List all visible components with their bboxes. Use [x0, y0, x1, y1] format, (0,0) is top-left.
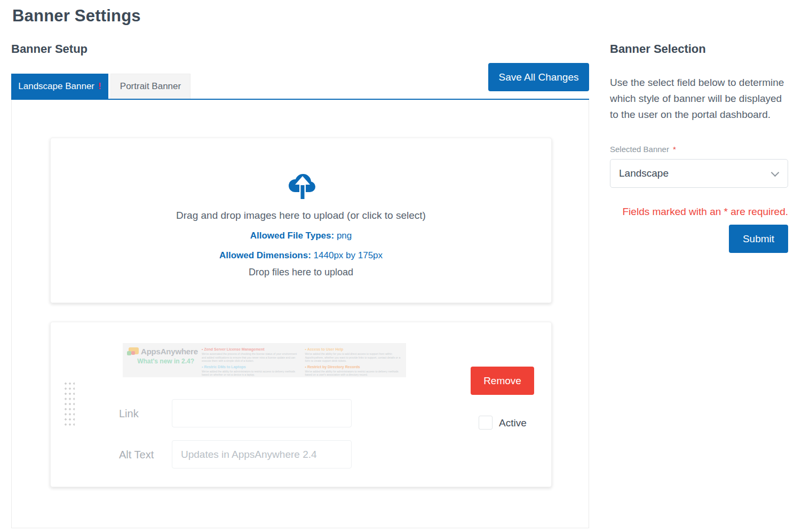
thumbnail-feature: Zend Server License Management We've aut… [202, 347, 298, 363]
banner-thumbnail-preview: AppsAnywhere What's new in 2.4? Zend Ser… [123, 343, 406, 377]
tab-portrait-banner[interactable]: Portrait Banner [110, 74, 190, 99]
thumbnail-feature: Restric DMs to Laptops We've added the a… [202, 365, 298, 377]
save-all-changes-button[interactable]: Save All Changes [488, 63, 589, 91]
drop-files-hint: Drop files here to upload [51, 267, 551, 278]
tab-portrait-label: Portrait Banner [120, 81, 181, 92]
link-label: Link [119, 408, 139, 420]
banner-item-card: AppsAnywhere What's new in 2.4? Zend Ser… [50, 322, 552, 487]
thumbnail-logo-text: AppsAnywhere [141, 347, 198, 356]
thumbnail-tagline: What's new in 2.4? [127, 358, 194, 365]
required-fields-note: Fields marked with an * are required. [610, 206, 788, 218]
required-asterisk: * [673, 145, 676, 154]
dropzone-instruction: Drag and drop images here to upload (or … [51, 210, 551, 221]
selected-banner-value: Landscape [619, 168, 669, 179]
alt-text-label: Alt Text [119, 449, 154, 461]
selected-banner-label: Selected Banner* [610, 145, 676, 154]
alt-text-input[interactable] [172, 440, 352, 469]
banner-selection-heading: Banner Selection [610, 42, 706, 56]
banner-tabs: Landscape Banner ! Portrait Banner [11, 74, 190, 99]
tab-landscape-label: Landscape Banner [18, 81, 94, 92]
allowed-file-types-value: png [337, 231, 352, 241]
tab-landscape-banner[interactable]: Landscape Banner ! [11, 74, 108, 99]
link-input[interactable] [172, 399, 352, 427]
thumbnail-logo-block: AppsAnywhere What's new in 2.4? [127, 347, 194, 374]
active-checkbox[interactable] [479, 416, 493, 430]
banner-setup-heading: Banner Setup [11, 42, 88, 56]
page-title: Banner Settings [12, 6, 141, 26]
submit-button[interactable]: Submit [729, 225, 788, 253]
chevron-down-icon [771, 169, 780, 177]
thumbnail-feature: Access to User Help We've added the abil… [305, 347, 401, 363]
thumbnail-features: Zend Server License Management We've aut… [194, 347, 401, 374]
remove-banner-button[interactable]: Remove [471, 367, 534, 395]
allowed-dimensions-label: Allowed Dimensions: [219, 250, 311, 260]
thumbnail-feature: Restrict by Directory Records We've adde… [305, 365, 401, 377]
allowed-file-types: Allowed File Types: png [51, 231, 551, 241]
banner-selection-description: Use the select field below to determine … [610, 75, 789, 123]
drag-handle-icon[interactable] [62, 380, 75, 426]
appsanywhere-logo-icon [127, 347, 139, 355]
active-label: Active [499, 417, 527, 429]
landscape-banner-panel: Drag and drop images here to upload (or … [11, 100, 589, 528]
allowed-dimensions-value: 1440px by 175px [314, 250, 383, 260]
upload-dropzone[interactable]: Drag and drop images here to upload (or … [50, 138, 552, 303]
tab-landscape-alert: ! [98, 81, 101, 92]
allowed-file-types-label: Allowed File Types: [250, 231, 334, 241]
selected-banner-select[interactable]: Landscape [610, 159, 788, 188]
cloud-upload-icon [284, 169, 318, 200]
allowed-dimensions: Allowed Dimensions: 1440px by 175px [51, 250, 551, 261]
